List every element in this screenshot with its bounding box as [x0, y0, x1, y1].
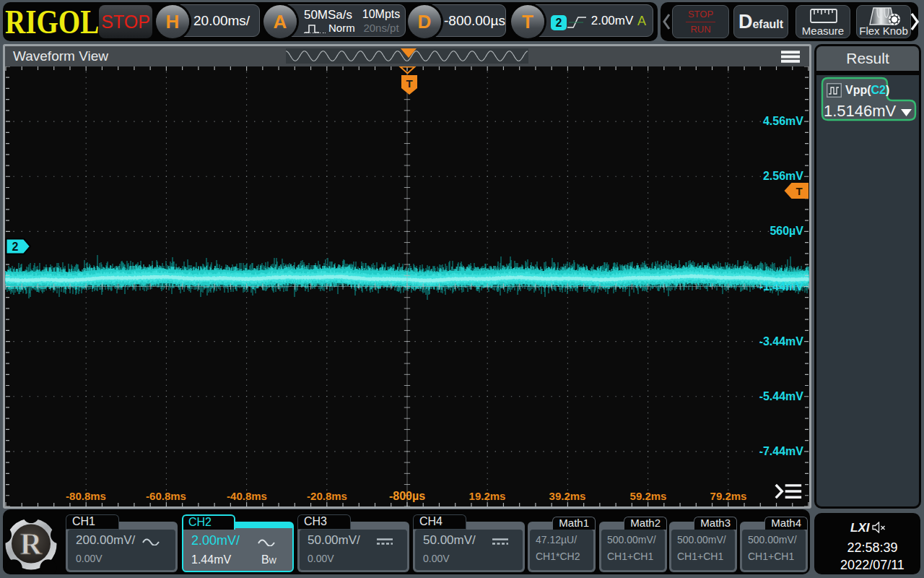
svg-text:T: T — [406, 77, 412, 90]
svg-text:R: R — [20, 527, 43, 561]
svg-text:T: T — [796, 185, 802, 197]
svg-text:2: 2 — [12, 241, 19, 253]
